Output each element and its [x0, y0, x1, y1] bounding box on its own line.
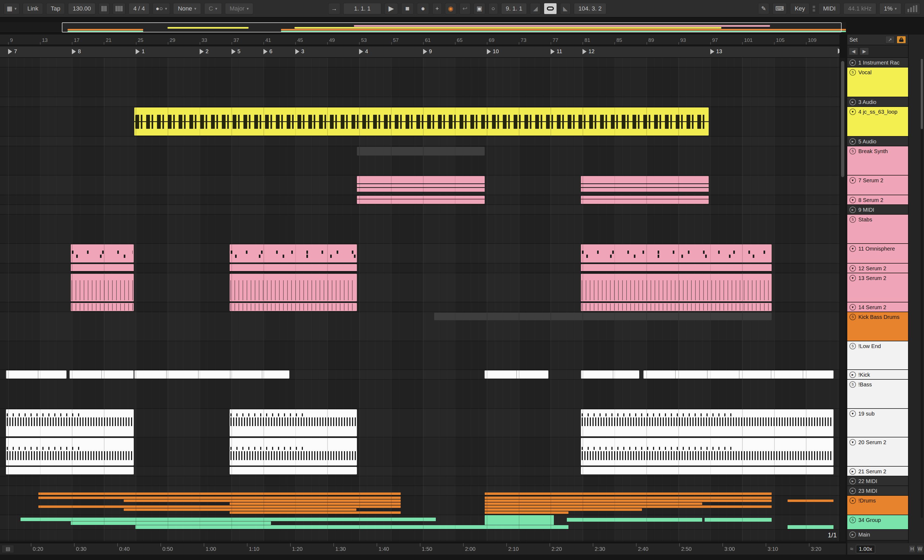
clip[interactable]	[134, 370, 290, 379]
clip[interactable]	[230, 467, 357, 475]
track-fold-icon[interactable]: S	[849, 216, 856, 223]
metronome-button[interactable]: ●○▾	[153, 3, 170, 14]
track-header[interactable]: SBreak Synth	[847, 146, 908, 175]
locator-marker[interactable]: 2	[200, 48, 208, 55]
loop-length-field[interactable]: 104. 3. 2	[574, 3, 606, 14]
track-fold-icon[interactable]: S	[849, 314, 856, 320]
nudge-down-button[interactable]	[99, 3, 110, 14]
clip[interactable]	[230, 264, 357, 272]
vertical-scrollbar[interactable]	[840, 58, 845, 541]
re-enable-automation-button[interactable]: ↩	[460, 3, 470, 14]
clip[interactable]	[230, 303, 357, 311]
clip[interactable]	[71, 521, 271, 525]
bar-ruler[interactable]: 9131721252933374145495357616569737781858…	[0, 34, 839, 45]
clip[interactable]	[581, 438, 834, 466]
clip[interactable]	[705, 518, 772, 522]
tempo-field[interactable]: 130.00	[68, 3, 95, 14]
clip[interactable]	[485, 493, 772, 495]
clip[interactable]	[485, 505, 772, 508]
track-fold-icon[interactable]: ►	[849, 468, 856, 475]
track-header[interactable]: SKick Bass Drums	[847, 312, 908, 341]
show-hide-toggle-button[interactable]: ▤	[2, 545, 14, 553]
track-fold-icon[interactable]: ●	[849, 497, 856, 504]
clip[interactable]	[38, 493, 400, 495]
midi-map-button[interactable]: MIDI	[818, 3, 840, 14]
draw-mode-button[interactable]: ✎	[758, 3, 769, 14]
clip[interactable]	[6, 438, 134, 466]
zoom-width-button[interactable]: W	[917, 545, 923, 553]
next-button[interactable]: ▶	[860, 48, 869, 55]
track-header[interactable]: ▼13 Serum 2	[847, 273, 908, 302]
track-fold-icon[interactable]: ▼	[849, 197, 856, 203]
locator-marker[interactable]	[838, 48, 839, 54]
clip[interactable]	[230, 409, 357, 436]
track-header[interactable]: S34 Group	[847, 515, 908, 530]
clip[interactable]	[485, 511, 568, 514]
clip[interactable]	[643, 370, 834, 379]
locator-marker[interactable]: 13	[710, 48, 722, 55]
scale-name-selector[interactable]: Major▾	[225, 3, 254, 14]
track-lane[interactable]	[0, 476, 839, 486]
automation-arm-button[interactable]: ◉	[445, 3, 456, 14]
clip[interactable]	[485, 508, 642, 511]
clip[interactable]	[581, 196, 709, 204]
track-fold-icon[interactable]: S	[849, 517, 856, 523]
locator-lane[interactable]: 78125634910111213	[0, 46, 839, 58]
edge-scrollbar[interactable]	[921, 59, 923, 518]
zoom-height-button[interactable]: H	[909, 545, 915, 553]
clip[interactable]	[69, 370, 134, 379]
layout-selector-button[interactable]: ▦▾	[4, 3, 20, 14]
track-fold-icon[interactable]: ▼	[849, 246, 856, 252]
computer-midi-keyboard-button[interactable]: ⌨	[772, 3, 787, 14]
track-header[interactable]: S!Low End	[847, 341, 908, 370]
track-fold-icon[interactable]: ▼	[849, 410, 856, 417]
cpu-meter-selector[interactable]: 1%▾	[879, 3, 901, 14]
track-fold-icon[interactable]: ▼	[849, 265, 856, 272]
capture-midi-button[interactable]: ▣	[474, 3, 485, 14]
track-header[interactable]: ▼19 sub	[847, 409, 908, 437]
clip[interactable]	[485, 500, 772, 502]
clip[interactable]	[357, 147, 485, 156]
clip[interactable]	[6, 409, 134, 436]
track-lane[interactable]	[0, 205, 839, 215]
clip[interactable]	[788, 525, 834, 529]
time-signature-field[interactable]: 4 / 4	[129, 3, 149, 14]
loop-button[interactable]	[544, 3, 557, 14]
track-fold-icon[interactable]: S	[849, 148, 856, 154]
track-fold-icon[interactable]: ►	[849, 207, 856, 213]
arrangement-overview[interactable]	[0, 22, 846, 33]
time-ruler[interactable]: 0:200:300:400:501:001:101:201:301:401:50…	[0, 543, 846, 555]
key-map-button[interactable]: Key	[790, 3, 810, 14]
track-header[interactable]: ►Main	[847, 530, 908, 541]
track-header[interactable]: ►!Kick	[847, 370, 908, 380]
clip[interactable]	[485, 515, 554, 525]
nudge-up-button[interactable]	[112, 3, 125, 14]
track-fold-icon[interactable]: ▼	[849, 109, 856, 115]
locator-marker[interactable]: 6	[263, 48, 272, 55]
clip[interactable]	[135, 525, 568, 529]
clip[interactable]	[485, 497, 772, 499]
track-lane[interactable]	[0, 67, 839, 97]
track-fold-icon[interactable]: ►	[849, 138, 856, 145]
follow-button[interactable]: →	[328, 3, 340, 14]
track-lane[interactable]	[0, 530, 839, 541]
track-fold-icon[interactable]: ▼	[849, 177, 856, 184]
track-header[interactable]: ▼7 Serum 2	[847, 175, 908, 195]
groove-selector[interactable]: None▾	[173, 3, 201, 14]
clip[interactable]	[581, 264, 772, 272]
track-header[interactable]: SVocal	[847, 67, 908, 97]
track-header[interactable]: S!Bass	[847, 380, 908, 409]
clip[interactable]	[581, 244, 772, 262]
clip[interactable]	[788, 500, 834, 502]
track-fold-icon[interactable]: ▼	[849, 439, 856, 446]
edge-scrollbar-thumb[interactable]	[921, 59, 923, 129]
zoom-level-badge[interactable]: 1.00x	[856, 545, 875, 553]
track-header[interactable]: ►23 MIDI	[847, 486, 908, 496]
track-lane[interactable]	[0, 136, 839, 146]
track-header[interactable]: ►5 Audio	[847, 136, 908, 146]
locator-marker[interactable]: 9	[423, 48, 432, 55]
locator-marker[interactable]: 1	[136, 48, 144, 55]
clip[interactable]	[230, 438, 357, 466]
overdub-button[interactable]: +	[432, 3, 442, 14]
punch-in-button[interactable]: ◢	[530, 3, 541, 14]
